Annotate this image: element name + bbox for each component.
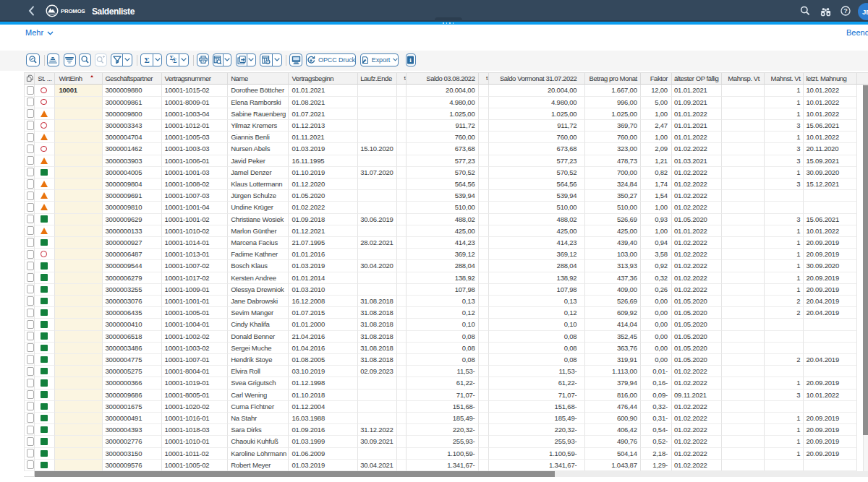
svg-text:?: ? — [843, 7, 848, 14]
